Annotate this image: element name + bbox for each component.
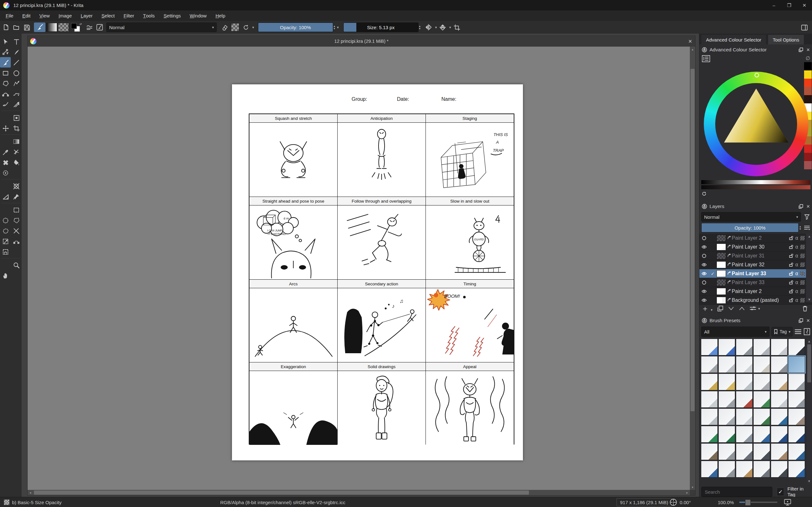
brush-option-icon[interactable] (85, 22, 94, 32)
image-dimensions[interactable]: 917 x 1,186 (29.1 MiB) (616, 498, 672, 506)
scroll-up-icon[interactable]: ▲ (807, 234, 812, 239)
brush-preset-tile[interactable] (701, 408, 718, 425)
canvas-page[interactable]: Group: Date: Name: Squash and stretch An… (232, 84, 523, 460)
preset-filter-dropdown[interactable]: All▾ (701, 327, 769, 337)
brush-preset-tile[interactable] (753, 443, 770, 460)
tool-assistants[interactable] (11, 181, 21, 191)
delete-layer-button[interactable] (802, 305, 808, 312)
layer-alpha-icon[interactable]: α (795, 271, 798, 277)
menu-edit[interactable]: Edit (18, 10, 35, 21)
selector-settings-icon[interactable] (702, 55, 710, 63)
inherit-alpha-icon[interactable] (800, 253, 805, 258)
layer-lock-icon[interactable] (789, 236, 793, 240)
brush-preset-tile[interactable] (736, 461, 753, 477)
wrap-around-icon[interactable] (452, 22, 461, 32)
brush-preset-tile[interactable] (788, 391, 805, 408)
layer-properties-button[interactable]: ▾ (750, 306, 760, 311)
shade-refresh-icon[interactable] (702, 191, 706, 197)
brush-preset-tile[interactable] (788, 426, 805, 443)
layer-list-scrollbar[interactable]: ▲ ▼ (806, 234, 812, 302)
inherit-alpha-icon[interactable] (800, 263, 805, 267)
tool-patch[interactable] (11, 147, 21, 157)
tag-button[interactable]: Tag▾ (771, 327, 793, 336)
float-docker-icon[interactable] (799, 204, 803, 209)
fg-bg-color-swatch[interactable]: ⇄ (70, 22, 82, 32)
tool-fill[interactable] (11, 157, 21, 167)
brush-preset-tile[interactable] (718, 408, 735, 425)
canvas-horizontal-scrollbar[interactable]: ◂ ▸ (28, 490, 690, 495)
tool-magnetic-select[interactable] (0, 246, 11, 257)
visibility-toggle-icon[interactable] (699, 271, 709, 276)
color-history-swatch[interactable] (804, 153, 812, 161)
scroll-down-icon[interactable]: ▼ (807, 478, 812, 484)
brush-preset-tile[interactable] (701, 356, 718, 373)
tool-edit-shapes[interactable] (0, 47, 11, 57)
brush-preset-tile[interactable] (788, 408, 805, 425)
tool-bezier-curve[interactable] (0, 89, 11, 99)
opacity-slider[interactable]: Opacity: 100% (258, 22, 333, 32)
brush-preset-tile[interactable] (701, 339, 718, 355)
maximize-button[interactable]: ❐ (781, 0, 797, 10)
layer-row[interactable]: Paint Layer 2 α (699, 234, 812, 242)
lock-icon[interactable] (702, 318, 707, 323)
brush-preset-tile[interactable] (718, 374, 735, 390)
filter-in-tag-checkbox[interactable]: ✓ (777, 488, 784, 496)
tool-polygon[interactable] (0, 78, 11, 89)
layer-alpha-icon[interactable]: α (795, 297, 798, 303)
tool-enclose-fill[interactable] (0, 167, 11, 178)
lock-icon[interactable] (702, 47, 707, 52)
brush-preset-tile[interactable] (771, 426, 788, 443)
layer-row[interactable]: Paint Layer 2 α (699, 287, 812, 296)
layer-alpha-icon[interactable]: α (795, 253, 798, 259)
tool-similar-select[interactable] (11, 225, 21, 236)
brush-preset-tile[interactable] (718, 461, 735, 477)
brush-preset-tile[interactable] (701, 443, 718, 460)
tool-rectangle[interactable] (0, 67, 11, 78)
lock-icon[interactable] (702, 204, 707, 209)
preserve-alpha-icon[interactable] (231, 22, 240, 32)
brush-preset-tile[interactable] (753, 374, 770, 390)
brush-preset-tile[interactable] (736, 374, 753, 390)
brush-preset-tile[interactable] (771, 374, 788, 390)
tool-polygon-select[interactable] (11, 215, 21, 225)
brush-preset-tile[interactable] (771, 443, 788, 460)
layer-alpha-icon[interactable]: α (795, 262, 798, 268)
color-history-swatch[interactable] (804, 87, 812, 95)
new-document-icon[interactable] (1, 22, 10, 32)
menu-image[interactable]: Image (54, 10, 77, 21)
scroll-down-icon[interactable]: ▾ (690, 485, 695, 490)
color-wheel[interactable] (704, 72, 809, 176)
layer-alpha-icon[interactable]: α (795, 244, 798, 250)
brush-preset-tile[interactable] (718, 391, 735, 408)
brush-preset-tile[interactable] (736, 408, 753, 425)
tool-gradient[interactable] (11, 136, 21, 147)
tool-transform[interactable] (11, 112, 21, 123)
color-history-swatch[interactable] (804, 161, 812, 169)
brush-preset-chooser-icon[interactable] (34, 22, 45, 32)
menu-file[interactable]: File (1, 10, 18, 21)
scroll-right-icon[interactable]: ▸ (684, 490, 690, 495)
color-history-swatch[interactable] (804, 145, 812, 153)
brush-preset-tile[interactable] (718, 443, 735, 460)
brush-preset-tile[interactable] (753, 339, 770, 355)
gradient-swatch[interactable] (46, 22, 57, 32)
opacity-spinner[interactable]: ▴▾ (334, 25, 336, 30)
tool-freehand-select[interactable] (0, 225, 11, 236)
layer-opacity-spinner[interactable]: ▴▾ (799, 225, 801, 230)
brush-preset-tile[interactable] (736, 391, 753, 408)
zoom-slider[interactable] (739, 502, 777, 503)
layer-alpha-icon[interactable]: α (795, 235, 798, 241)
shade-selector-strip-1[interactable] (701, 180, 810, 184)
layer-row[interactable]: Paint Layer 33 α (699, 278, 812, 287)
inherit-alpha-icon[interactable] (800, 298, 805, 302)
close-button[interactable]: ✕ (797, 0, 812, 10)
tool-ellipse-select[interactable] (0, 215, 11, 225)
mirror-h-caret[interactable]: ▾ (435, 25, 437, 30)
pattern-swatch[interactable] (58, 22, 69, 32)
no-color-swatch[interactable]: ∅ (804, 54, 812, 62)
tool-ellipse[interactable] (11, 67, 21, 78)
layer-lock-icon[interactable] (789, 298, 793, 302)
tool-dynamic-brush[interactable] (0, 99, 11, 109)
brush-preset-tile[interactable] (736, 443, 753, 460)
brush-preset-tile[interactable] (701, 374, 718, 390)
